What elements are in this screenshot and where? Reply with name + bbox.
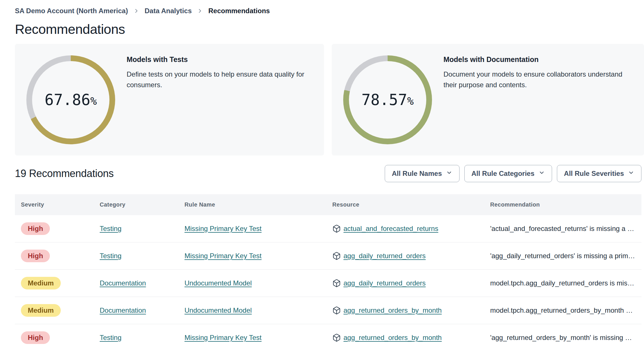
recommendation-text: 'agg_daily_returned_orders' is missing a… xyxy=(490,252,635,260)
severity-badge: Medium xyxy=(21,277,61,289)
models-with-tests-donut-chart: 67.86% xyxy=(26,55,115,144)
models-with-documentation-donut-chart: 78.57% xyxy=(343,55,432,144)
chevron-down-icon xyxy=(446,170,452,178)
resource-cell: agg_daily_returned_orders xyxy=(326,252,484,260)
recommendation-cell: 'agg_returned_orders_by_month' is missin… xyxy=(484,334,641,342)
table-body: High Testing Missing Primary Key Test ac… xyxy=(15,215,641,350)
model-cube-icon xyxy=(332,333,341,342)
category-cell: Documentation xyxy=(94,279,178,287)
breadcrumb-project-link[interactable]: Data Analytics xyxy=(145,7,192,15)
chevron-right-icon xyxy=(197,8,203,14)
category-cell: Testing xyxy=(94,225,178,233)
column-header-recommendation: Recommendation xyxy=(484,201,641,208)
card-title: Models with Tests xyxy=(127,55,313,64)
severity-cell: Medium xyxy=(15,277,94,289)
rule-name-cell: Undocumented Model xyxy=(178,306,326,314)
severity-cell: Medium xyxy=(15,304,94,317)
chevron-right-icon xyxy=(133,8,140,14)
recommendations-table: Severity Category Rule Name Resource Rec… xyxy=(15,194,641,350)
severity-cell: High xyxy=(15,222,94,235)
resource-cell: agg_returned_orders_by_month xyxy=(326,306,484,315)
models-with-tests-text: Models with Tests Define tests on your m… xyxy=(127,55,313,144)
recommendations-page: SA Demo Account (North America) Data Ana… xyxy=(0,0,644,350)
card-description: Define tests on your models to help ensu… xyxy=(127,69,313,90)
chevron-down-icon xyxy=(539,170,545,178)
model-cube-icon xyxy=(332,252,341,260)
severity-cell: High xyxy=(15,331,94,344)
rule-name-link[interactable]: Undocumented Model xyxy=(184,306,252,314)
table-row: Medium Documentation Undocumented Model … xyxy=(15,270,641,297)
rule-name-link[interactable]: Missing Primary Key Test xyxy=(184,334,262,341)
models-with-documentation-card: 78.57% Models with Documentation Documen… xyxy=(332,44,644,155)
category-link[interactable]: Documentation xyxy=(100,279,146,287)
model-cube-icon xyxy=(332,224,341,233)
rule-name-link[interactable]: Missing Primary Key Test xyxy=(184,252,262,260)
resource-cell: actual_and_forecasted_returns xyxy=(326,224,484,233)
resource-link[interactable]: agg_daily_returned_orders xyxy=(343,252,426,260)
table-row: High Testing Missing Primary Key Test ag… xyxy=(15,242,641,270)
recommendation-cell: 'agg_daily_returned_orders' is missing a… xyxy=(484,252,641,260)
page-title: Recommendations xyxy=(15,21,644,37)
models-with-tests-card: 67.86% Models with Tests Define tests on… xyxy=(15,44,324,155)
recommendation-cell: model.tpch.agg_daily_returned_orders is … xyxy=(484,279,641,287)
recommendations-count-heading: 19 Recommendations xyxy=(15,168,114,180)
model-cube-icon xyxy=(332,306,341,315)
severity-cell: High xyxy=(15,250,94,262)
filter-rule-severities-dropdown[interactable]: All Rule Severities xyxy=(557,165,641,182)
table-row: Medium Documentation Undocumented Model … xyxy=(15,297,641,324)
models-with-documentation-text: Models with Documentation Document your … xyxy=(443,55,630,144)
recommendation-text: 'agg_returned_orders_by_month' is missin… xyxy=(490,334,632,341)
rule-name-cell: Undocumented Model xyxy=(178,279,326,287)
rule-name-link[interactable]: Undocumented Model xyxy=(184,279,252,287)
resource-link[interactable]: actual_and_forecasted_returns xyxy=(343,225,438,233)
recommendation-text: model.tpch.agg_returned_orders_by_month … xyxy=(490,306,633,314)
resource-cell: agg_returned_orders_by_month xyxy=(326,333,484,342)
filter-rule-names-dropdown[interactable]: All Rule Names xyxy=(385,165,460,182)
column-header-category: Category xyxy=(94,201,178,208)
rule-name-link[interactable]: Missing Primary Key Test xyxy=(184,225,262,232)
resource-link[interactable]: agg_daily_returned_orders xyxy=(343,279,426,287)
filter-label: All Rule Categories xyxy=(472,170,535,178)
table-row: High Testing Missing Primary Key Test ac… xyxy=(15,215,641,242)
table-row: High Testing Missing Primary Key Test ag… xyxy=(15,324,641,350)
rule-name-cell: Missing Primary Key Test xyxy=(178,225,326,233)
rule-name-cell: Missing Primary Key Test xyxy=(178,252,326,260)
chevron-down-icon xyxy=(628,170,634,178)
models-with-tests-percentage: 67.86% xyxy=(26,55,115,144)
category-cell: Testing xyxy=(94,334,178,342)
recommendation-cell: model.tpch.agg_returned_orders_by_month … xyxy=(484,306,641,314)
severity-badge: High xyxy=(21,250,50,262)
recommendations-list-header: 19 Recommendations All Rule Names All Ru… xyxy=(15,165,641,182)
severity-badge: Medium xyxy=(21,304,61,317)
category-link[interactable]: Documentation xyxy=(100,306,146,314)
models-with-documentation-percentage: 78.57% xyxy=(343,55,432,144)
card-description: Document your models to ensure collabora… xyxy=(443,69,630,90)
column-header-resource: Resource xyxy=(326,201,484,208)
breadcrumb-account-link[interactable]: SA Demo Account (North America) xyxy=(15,7,128,15)
model-cube-icon xyxy=(332,279,341,287)
column-header-severity: Severity xyxy=(15,201,94,208)
resource-link[interactable]: agg_returned_orders_by_month xyxy=(343,334,442,342)
category-link[interactable]: Testing xyxy=(100,252,121,260)
breadcrumb-current-page: Recommendations xyxy=(208,7,270,15)
recommendation-text: 'actual_and_forecasted_returns' is missi… xyxy=(490,225,634,232)
filter-label: All Rule Names xyxy=(392,170,442,178)
resource-link[interactable]: agg_returned_orders_by_month xyxy=(343,306,442,314)
filter-rule-categories-dropdown[interactable]: All Rule Categories xyxy=(464,165,552,182)
card-title: Models with Documentation xyxy=(443,55,630,64)
summary-cards: 67.86% Models with Tests Define tests on… xyxy=(15,44,644,155)
column-header-rule-name: Rule Name xyxy=(178,201,326,208)
table-header-row: Severity Category Rule Name Resource Rec… xyxy=(15,194,641,215)
category-cell: Documentation xyxy=(94,306,178,314)
rule-name-cell: Missing Primary Key Test xyxy=(178,334,326,342)
recommendation-text: model.tpch.agg_daily_returned_orders is … xyxy=(490,279,634,287)
filter-label: All Rule Severities xyxy=(564,170,624,178)
category-cell: Testing xyxy=(94,252,178,260)
severity-badge: High xyxy=(21,222,50,235)
category-link[interactable]: Testing xyxy=(100,334,121,341)
breadcrumb: SA Demo Account (North America) Data Ana… xyxy=(15,0,644,15)
category-link[interactable]: Testing xyxy=(100,225,121,232)
resource-cell: agg_daily_returned_orders xyxy=(326,279,484,287)
severity-badge: High xyxy=(21,331,50,344)
recommendation-cell: 'actual_and_forecasted_returns' is missi… xyxy=(484,225,641,233)
